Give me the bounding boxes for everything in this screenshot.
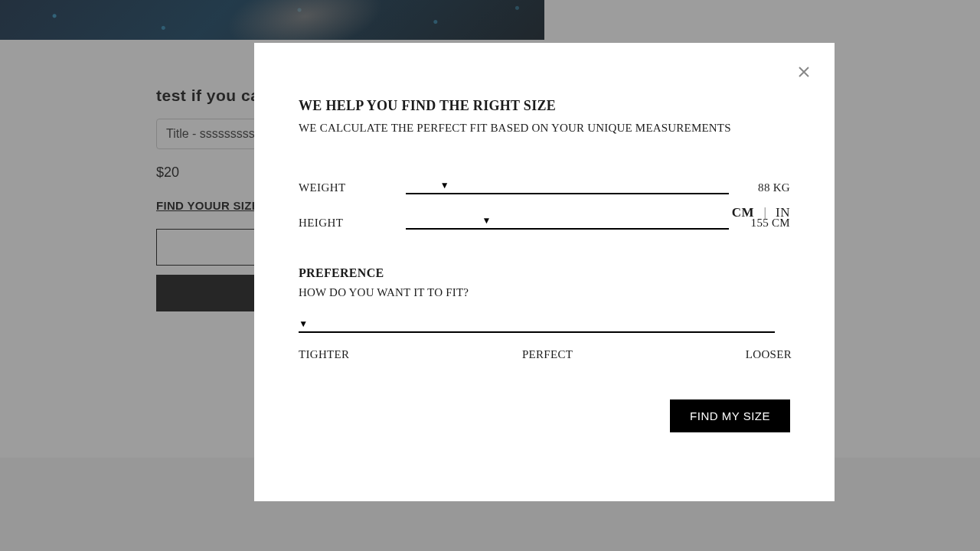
- height-label: HEIGHT: [299, 217, 406, 230]
- preference-block: PREFERENCE HOW DO YOU WANT IT TO FIT? ▼ …: [299, 266, 790, 361]
- preference-heading: PREFERENCE: [299, 266, 790, 280]
- weight-slider[interactable]: ▼: [406, 184, 729, 196]
- preference-track: [299, 331, 775, 333]
- preference-subheading: HOW DO YOU WANT IT TO FIT?: [299, 286, 790, 299]
- unit-cm[interactable]: CM: [732, 205, 754, 220]
- weight-slider-thumb-icon: ▼: [440, 181, 449, 190]
- unit-separator: |: [763, 205, 766, 220]
- weight-track: [406, 193, 729, 194]
- height-track: [406, 228, 729, 230]
- size-finder-modal: WE HELP YOU FIND THE RIGHT SIZE WE CALCU…: [254, 43, 835, 501]
- preference-tighter-label: TIGHTER: [299, 348, 349, 361]
- height-slider[interactable]: ▼: [406, 219, 729, 231]
- preference-slider-thumb-icon: ▼: [299, 319, 308, 328]
- find-my-size-button[interactable]: FIND MY SIZE: [670, 399, 790, 432]
- preference-slider[interactable]: ▼: [299, 322, 775, 334]
- unit-in[interactable]: IN: [776, 205, 790, 220]
- weight-value: 88 KG: [729, 181, 790, 194]
- weight-row: WEIGHT ▼ 88 KG: [299, 179, 790, 196]
- modal-content: WE HELP YOU FIND THE RIGHT SIZE WE CALCU…: [254, 43, 835, 392]
- preference-labels: TIGHTER PERFECT LOOSER: [299, 348, 792, 361]
- preference-perfect-label: PERFECT: [522, 348, 573, 361]
- height-row: HEIGHT ▼ 155 CM: [299, 214, 790, 231]
- close-icon[interactable]: [796, 64, 812, 80]
- preference-looser-label: LOOSER: [746, 348, 792, 361]
- modal-heading: WE HELP YOU FIND THE RIGHT SIZE: [299, 98, 790, 114]
- weight-label: WEIGHT: [299, 181, 406, 194]
- height-slider-thumb-icon: ▼: [482, 216, 492, 225]
- unit-toggle: CM | IN: [732, 205, 790, 220]
- modal-subheading: WE CALCULATE THE PERFECT FIT BASED ON YO…: [299, 122, 790, 135]
